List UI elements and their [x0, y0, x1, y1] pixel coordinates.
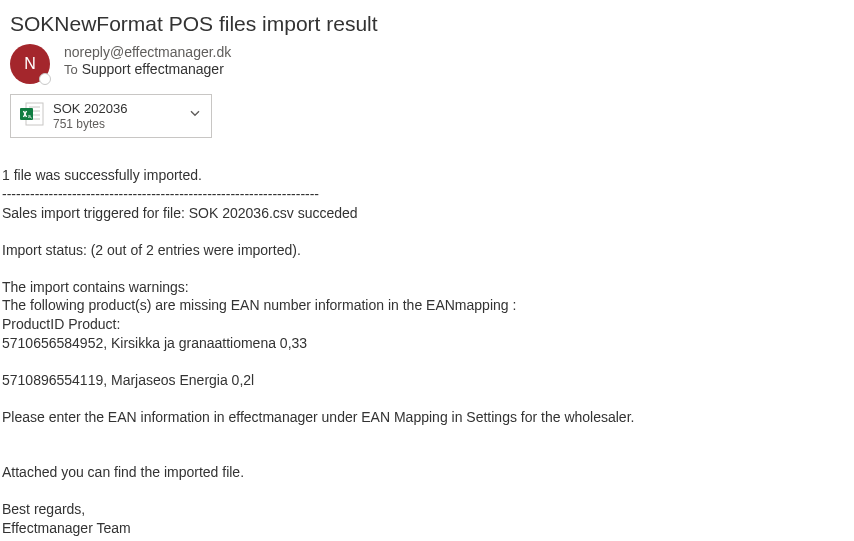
attachment-chip[interactable]: a, SOK 202036 751 bytes: [10, 94, 212, 138]
excel-file-icon: a,: [19, 101, 45, 131]
body-trigger-filename: SOK 202036.csv: [189, 205, 294, 221]
product1-id: 5710656584952,: [2, 335, 107, 351]
body-warnings-header: The import contains warnings:: [2, 278, 852, 297]
to-label: To: [64, 62, 78, 77]
body-trigger-status: succeded: [298, 205, 358, 221]
attachment-container: a, SOK 202036 751 bytes: [0, 84, 854, 138]
avatar: N: [10, 44, 50, 84]
body-product-2: 5710896554119, Marjaseos Energia 0,2l: [2, 371, 852, 390]
email-body: 1 file was successfully imported. ------…: [0, 138, 854, 538]
presence-indicator-icon: [39, 73, 51, 85]
from-address: noreply@effectmanager.dk: [64, 44, 231, 60]
body-attached-note: Attached you can find the imported file.: [2, 463, 852, 482]
attachment-text: SOK 202036 751 bytes: [53, 101, 127, 131]
to-recipient: Support effectmanager: [82, 61, 224, 77]
body-trigger-prefix: Sales import triggered for file:: [2, 205, 185, 221]
product1-name: Kirsikka ja granaattiomena 0,33: [111, 335, 307, 351]
attachment-name: SOK 202036: [53, 101, 127, 117]
body-product-header: ProductID Product:: [2, 315, 852, 334]
body-warnings-intro: The following product(s) are missing EAN…: [2, 296, 852, 315]
chevron-down-icon[interactable]: [189, 105, 201, 123]
body-instruction: Please enter the EAN information in effe…: [2, 408, 852, 427]
body-product-1: 5710656584952, Kirsikka ja granaattiomen…: [2, 334, 852, 353]
to-line: To Support effectmanager: [64, 61, 231, 77]
body-import-status: Import status: (2 out of 2 entries were …: [2, 241, 852, 260]
body-success-line: 1 file was successfully imported.: [2, 166, 852, 185]
product2-id: 5710896554119,: [2, 372, 107, 388]
email-header: N noreply@effectmanager.dk To Support ef…: [0, 40, 854, 84]
body-regards: Best regards,: [2, 500, 852, 519]
body-trigger-line: Sales import triggered for file: SOK 202…: [2, 204, 852, 223]
email-subject: SOKNewFormat POS files import result: [0, 0, 854, 40]
product2-name: Marjaseos Energia 0,2l: [111, 372, 254, 388]
body-divider: ----------------------------------------…: [2, 185, 852, 204]
sender-info: noreply@effectmanager.dk To Support effe…: [64, 44, 231, 77]
attachment-size: 751 bytes: [53, 117, 127, 131]
body-signature: Effectmanager Team: [2, 519, 852, 538]
avatar-initial: N: [24, 55, 36, 73]
svg-text:a,: a,: [28, 113, 32, 119]
